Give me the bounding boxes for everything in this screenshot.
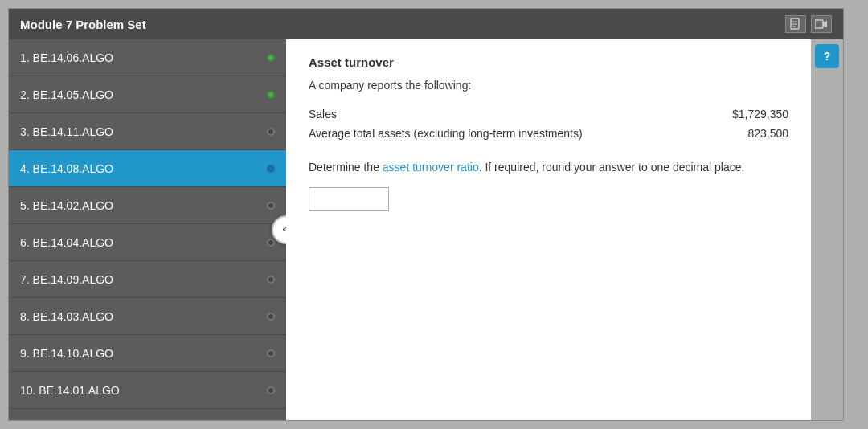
sidebar-item-label-6: 6. BE.14.04.ALGO: [20, 236, 113, 249]
right-panel: ?: [811, 39, 843, 420]
data-table: Sales$1,729,350Average total assets (exc…: [309, 104, 788, 143]
data-row-label: Sales: [309, 108, 337, 121]
body: 1. BE.14.06.ALGO2. BE.14.05.ALGO3. BE.14…: [9, 39, 843, 420]
page-icon-button[interactable]: [785, 15, 806, 33]
header-icons: [785, 15, 832, 33]
video-icon-button[interactable]: [811, 15, 832, 33]
sidebar-dot-4: [267, 165, 275, 173]
sidebar-item-7[interactable]: 7. BE.14.09.ALGO: [9, 261, 286, 298]
sidebar-item-3[interactable]: 3. BE.14.11.ALGO: [9, 113, 286, 150]
sidebar-item-label-1: 1. BE.14.06.ALGO: [20, 51, 113, 64]
sidebar: 1. BE.14.06.ALGO2. BE.14.05.ALGO3. BE.14…: [9, 39, 286, 420]
data-row-value: 823,500: [747, 127, 788, 140]
sidebar-dot-2: [267, 91, 275, 99]
sidebar-item-4[interactable]: 4. BE.14.08.ALGO: [9, 150, 286, 187]
sidebar-dot-9: [267, 349, 275, 358]
content-area: Asset turnover A company reports the fol…: [286, 39, 811, 420]
sidebar-dot-10: [267, 386, 275, 394]
question-text: Determine the asset turnover ratio. If r…: [309, 159, 788, 176]
sidebar-item-2[interactable]: 2. BE.14.05.ALGO: [9, 76, 286, 113]
sidebar-item-5[interactable]: 5. BE.14.02.ALGO: [9, 187, 286, 224]
data-row: Average total assets (excluding long-ter…: [309, 124, 788, 143]
sidebar-item-6[interactable]: 6. BE.14.04.ALGO: [9, 224, 286, 261]
sidebar-item-label-4: 4. BE.14.08.ALGO: [20, 162, 113, 175]
sidebar-dot-5: [267, 202, 275, 210]
sidebar-item-label-2: 2. BE.14.05.ALGO: [20, 88, 113, 101]
sidebar-dot-7: [267, 276, 275, 284]
sidebar-item-label-10: 10. BE.14.01.ALGO: [20, 384, 120, 397]
content-title: Asset turnover: [309, 55, 788, 69]
svg-rect-4: [815, 20, 823, 28]
main-container: Module 7 Problem Set 1. BE: [8, 8, 844, 421]
data-row-label: Average total assets (excluding long-ter…: [309, 127, 583, 140]
sidebar-item-9[interactable]: 9. BE.14.10.ALGO: [9, 335, 286, 372]
data-row-value: $1,729,350: [732, 108, 788, 121]
sidebar-dot-8: [267, 313, 275, 321]
answer-input[interactable]: [309, 187, 389, 211]
sidebar-item-label-7: 7. BE.14.09.ALGO: [20, 273, 113, 286]
asset-turnover-link[interactable]: asset turnover ratio: [383, 161, 479, 174]
sidebar-item-8[interactable]: 8. BE.14.03.ALGO: [9, 298, 286, 335]
sidebar-item-label-8: 8. BE.14.03.ALGO: [20, 310, 113, 323]
content-subtitle: A company reports the following:: [309, 79, 788, 92]
sidebar-item-label-9: 9. BE.14.10.ALGO: [20, 347, 113, 360]
sidebar-item-1[interactable]: 1. BE.14.06.ALGO: [9, 39, 286, 76]
header: Module 7 Problem Set: [9, 9, 843, 39]
sidebar-dot-6: [267, 239, 275, 247]
header-title: Module 7 Problem Set: [20, 18, 146, 31]
sidebar-dot-1: [267, 54, 275, 62]
sidebar-item-10[interactable]: 10. BE.14.01.ALGO: [9, 372, 286, 409]
help-button[interactable]: ?: [815, 44, 839, 68]
sidebar-item-label-3: 3. BE.14.11.ALGO: [20, 125, 113, 138]
data-row: Sales$1,729,350: [309, 104, 788, 124]
sidebar-item-label-5: 5. BE.14.02.ALGO: [20, 199, 113, 212]
sidebar-dot-3: [267, 128, 275, 136]
